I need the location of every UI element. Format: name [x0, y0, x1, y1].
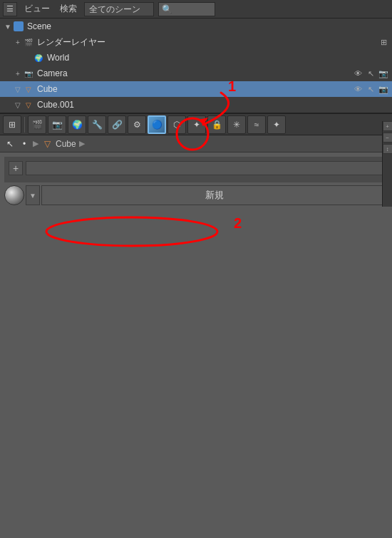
breadcrumb-cube-icon: ▽: [41, 138, 53, 150]
breadcrumb-sep1: ▶: [33, 139, 38, 148]
renderlayer-label: レンダーレイヤー: [37, 36, 378, 48]
props-scrollbar: + − ↕: [382, 121, 392, 207]
svg-text:2: 2: [234, 215, 242, 231]
properties-area: +: [4, 157, 388, 182]
prop-btn-physics[interactable]: 🔒: [207, 115, 226, 134]
prop-btn-scene[interactable]: 📷: [48, 115, 66, 134]
prop-btn-render[interactable]: 🎬: [28, 115, 46, 134]
cube-expand: ▽: [13, 86, 23, 93]
scene-label: Scene: [27, 21, 389, 31]
cube-eye-icon: 👁: [352, 83, 363, 95]
outliner-camera-row[interactable]: + 📷 Camera 👁 ↖ 📷: [0, 66, 392, 81]
outliner-cube001-row[interactable]: ▽ ▽ Cube.001: [0, 97, 392, 113]
prop-btn-modifiers[interactable]: ⚙: [128, 115, 146, 134]
menu-icon: ☰: [6, 4, 14, 14]
cube001-expand: ▽: [13, 101, 23, 109]
scroll-down-btn[interactable]: −: [383, 133, 393, 143]
outliner-world-row[interactable]: 🌍 World: [0, 50, 392, 66]
scene-icon: [13, 21, 24, 32]
prop-btn-layout[interactable]: ⊞: [3, 115, 21, 134]
breadcrumb-nav-icon: ↖: [4, 138, 16, 150]
cube-actions: 👁 ↖ 📷: [352, 83, 389, 95]
prop-btn-more3[interactable]: ✦: [267, 115, 286, 134]
cube-icon: ▽: [23, 83, 34, 95]
material-browse-btn[interactable]: ▼: [26, 185, 40, 205]
prop-btn-material[interactable]: 🔵: [148, 115, 166, 134]
camera-expand: +: [13, 70, 23, 78]
search-menu[interactable]: 検索: [57, 1, 80, 16]
world-icon: 🌍: [33, 52, 44, 63]
cursor-icon: ↖: [365, 68, 376, 79]
prop-btn-constraints[interactable]: 🔗: [108, 115, 126, 134]
prop-btn-more2[interactable]: ≈: [247, 115, 266, 134]
scene-dropdown[interactable]: 全てのシーン: [84, 2, 154, 16]
outliner-panel: ▼ Scene + 🎬 レンダーレイヤー ⊞ 🌍 World + 📷 Camer…: [0, 19, 392, 114]
outliner-cube-row[interactable]: ▽ ▽ Cube 👁 ↖ 📷: [0, 81, 392, 97]
render-icon: 📷: [378, 68, 389, 79]
cube-label: Cube: [37, 84, 352, 94]
outliner-renderlayer-row[interactable]: + 🎬 レンダーレイヤー ⊞: [0, 34, 392, 50]
prop-btn-more1[interactable]: ✳: [227, 115, 246, 134]
outliner-scene-row[interactable]: ▼ Scene: [0, 19, 392, 34]
top-toolbar: ☰ ビュー 検索 全てのシーン: [0, 0, 392, 19]
cube001-icon: ▽: [23, 99, 34, 110]
material-sphere-icon: [4, 185, 24, 205]
scroll-up-btn[interactable]: +: [383, 121, 393, 131]
camera-label: Camera: [37, 68, 352, 78]
view-menu[interactable]: ビュー: [21, 1, 53, 16]
cube-cursor-icon: ↖: [365, 83, 376, 95]
camera-actions: 👁 ↖ 📷: [352, 68, 389, 79]
menu-icon-btn[interactable]: ☰: [3, 2, 17, 16]
material-new-btn[interactable]: 新規: [41, 185, 388, 205]
prop-btn-particles[interactable]: ✦: [187, 115, 206, 134]
properties-toolbar: ⊞ 🎬 📷 🌍 🔧 🔗 ⚙ 🔵 ⬡ ✦ 🔒 ✳ ≈ ✦: [0, 114, 392, 135]
renderlayer-actions: ⊞: [378, 36, 389, 48]
breadcrumb-sep2: ▶: [79, 139, 85, 148]
prop-btn-object[interactable]: 🔧: [88, 115, 106, 134]
scene-expand-arrow: ▼: [3, 23, 13, 31]
cube-render-icon: 📷: [378, 83, 389, 95]
material-slot-field[interactable]: [26, 161, 383, 175]
breadcrumb-cube-label[interactable]: Cube: [56, 139, 76, 149]
add-slot-btn[interactable]: +: [9, 161, 23, 175]
breadcrumb-dot-icon: •: [19, 138, 30, 150]
eye-icon: 👁: [352, 68, 363, 79]
camera-icon: 📷: [23, 68, 34, 79]
toolbar-separator-1: [24, 117, 25, 133]
svg-point-3: [46, 217, 217, 246]
world-label: World: [47, 53, 389, 63]
renderlayer-action-icon: ⊞: [378, 36, 389, 48]
renderlayer-icon: 🎬: [23, 36, 34, 48]
search-input[interactable]: [158, 2, 215, 16]
material-slot-row: +: [9, 161, 383, 175]
scroll-reset-btn[interactable]: ↕: [383, 144, 393, 154]
breadcrumb-bar: ↖ • ▶ ▽ Cube ▶: [0, 135, 392, 152]
material-new-row: ▼ 新規: [4, 185, 388, 205]
cube001-label: Cube.001: [37, 100, 389, 110]
renderlayer-expand: +: [13, 38, 23, 46]
prop-btn-texture[interactable]: ⬡: [167, 115, 186, 134]
prop-btn-world[interactable]: 🌍: [68, 115, 86, 134]
